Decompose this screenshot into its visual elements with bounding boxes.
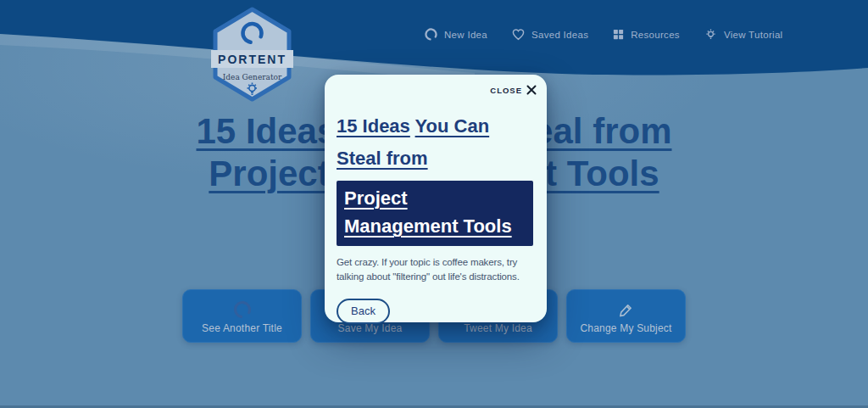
nav-label: New Idea bbox=[444, 30, 487, 40]
heart-icon bbox=[511, 27, 526, 42]
modal-title: 15 Ideas You Can Steal from bbox=[337, 110, 535, 175]
button-label: See Another Title bbox=[202, 322, 282, 334]
nav-label: View Tutorial bbox=[724, 30, 783, 40]
close-icon bbox=[526, 85, 537, 95]
nav-new-idea[interactable]: New Idea bbox=[424, 27, 487, 42]
nav-label: Resources bbox=[631, 30, 680, 40]
nav-view-tutorial[interactable]: View Tutorial bbox=[704, 27, 783, 42]
top-nav: New Idea Saved Ideas Resources View Tuto… bbox=[424, 27, 782, 42]
button-label: Change My Subject bbox=[580, 322, 671, 334]
button-label: Save My Idea bbox=[338, 322, 403, 334]
pencil-icon bbox=[617, 299, 635, 320]
change-my-subject-button[interactable]: Change My Subject bbox=[566, 289, 686, 343]
close-button[interactable]: CLOSE bbox=[490, 85, 537, 95]
portent-logo[interactable]: PORTENT Idea Generator bbox=[211, 7, 293, 105]
back-button[interactable]: Back bbox=[337, 299, 390, 324]
refresh-circle-icon bbox=[232, 299, 253, 320]
see-another-title-button[interactable]: See Another Title bbox=[182, 289, 302, 343]
close-label: CLOSE bbox=[490, 86, 522, 95]
modal-title-part1: 15 Ideas bbox=[337, 115, 410, 137]
logo-tagline-text: Idea Generator bbox=[223, 73, 282, 81]
modal-title-highlight: Project Management Tools bbox=[337, 181, 533, 246]
button-label: Tweet My Idea bbox=[464, 322, 532, 334]
nav-label: Saved Ideas bbox=[531, 30, 588, 40]
idea-modal: CLOSE 15 Ideas You Can Steal from Projec… bbox=[325, 75, 547, 322]
refresh-circle-icon bbox=[424, 27, 438, 42]
grid-icon bbox=[612, 28, 625, 41]
lightbulb-icon bbox=[704, 27, 718, 42]
nav-resources[interactable]: Resources bbox=[612, 28, 680, 41]
logo-brand-text: PORTENT bbox=[218, 53, 287, 66]
nav-saved-ideas[interactable]: Saved Ideas bbox=[511, 27, 588, 42]
modal-body-text: Get crazy. If your topic is coffee maker… bbox=[337, 255, 538, 284]
